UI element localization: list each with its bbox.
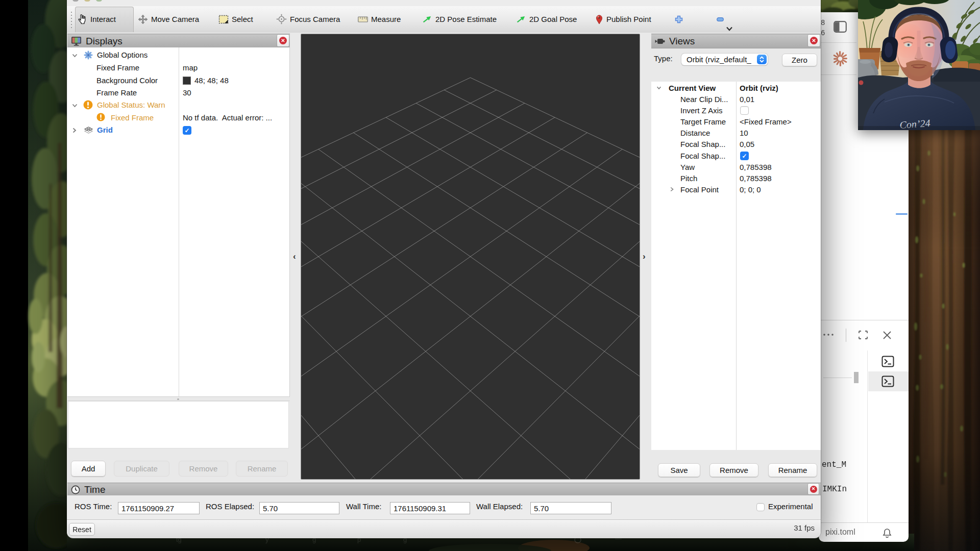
row-label: Pitch xyxy=(680,174,697,183)
wall-time-field[interactable]: 1761150909.31 xyxy=(390,502,470,514)
expander-icon[interactable] xyxy=(656,86,662,90)
maximize-panel-icon[interactable] xyxy=(858,330,868,340)
row-label: Yaw xyxy=(680,163,695,171)
row-value[interactable]: 30 xyxy=(183,88,287,97)
tool-2d-pose-estimate[interactable]: 2D Pose Estimate xyxy=(422,6,497,32)
row-value[interactable]: No tf data. Actual error: ... xyxy=(183,113,289,122)
tool-publish-point[interactable]: Publish Point xyxy=(595,6,651,32)
traffic-light-close[interactable] xyxy=(72,0,79,2)
color-swatch[interactable] xyxy=(183,77,191,85)
time-close-button[interactable]: ✕ xyxy=(808,484,819,494)
terminal-name-1[interactable]: ent_M xyxy=(822,460,846,469)
views-row-yaw[interactable]: Yaw 0,785398 xyxy=(651,162,821,173)
views-row-distance[interactable]: Distance 10 xyxy=(651,128,821,139)
tree-row-frame-rate[interactable]: Frame Rate 30 xyxy=(67,86,290,99)
row-value[interactable]: 10 xyxy=(740,129,819,137)
zero-button[interactable]: Zero xyxy=(782,54,817,66)
time-panel-header[interactable]: Time ✕ xyxy=(67,483,821,496)
tree-row-fixed-frame[interactable]: Fixed Frame map xyxy=(67,61,290,74)
expander-icon[interactable] xyxy=(72,104,78,108)
tree-row-global-options[interactable]: Global Options xyxy=(67,49,290,62)
expander-icon[interactable] xyxy=(670,187,674,192)
rename-view-label: Rename xyxy=(778,466,807,474)
displays-close-button[interactable]: ✕ xyxy=(277,35,289,46)
save-view-button[interactable]: Save xyxy=(658,463,700,477)
row-value[interactable]: 0,785398 xyxy=(740,163,819,171)
tree-row-grid[interactable]: Grid ✓ xyxy=(67,124,290,137)
view-type-dropdown[interactable]: Orbit (rviz_default_ xyxy=(681,54,768,65)
row-value[interactable]: 0,05 xyxy=(740,140,819,148)
traffic-light-minimize[interactable] xyxy=(84,0,90,2)
zero-button-label: Zero xyxy=(792,56,807,64)
views-row-current-view[interactable]: Current View Orbit (rviz) xyxy=(651,83,821,94)
tool-2d-goal-pose[interactable]: 2D Goal Pose xyxy=(516,6,577,32)
tree-row-fixed-frame-warning[interactable]: Fixed Frame No tf data. Actual error: ..… xyxy=(67,111,290,124)
wall-elapsed-field[interactable]: 5.70 xyxy=(530,502,611,514)
expander-icon[interactable] xyxy=(72,54,78,58)
duplicate-display-button[interactable]: Duplicate xyxy=(114,461,169,477)
toolbar-drag-handle[interactable] xyxy=(70,11,72,28)
row-value[interactable]: 0; 0; 0 xyxy=(740,185,819,194)
displays-splitter[interactable] xyxy=(67,396,290,401)
views-row-target-frame[interactable]: Target Frame <Fixed Frame> xyxy=(651,116,821,128)
rename-display-button[interactable]: Rename xyxy=(236,461,288,477)
tool-move-camera[interactable]: Move Camera xyxy=(138,6,199,32)
more-actions-icon[interactable] xyxy=(823,333,835,337)
ros-time-field[interactable]: 1761150909.27 xyxy=(118,502,200,514)
remove-view-button[interactable]: Remove xyxy=(709,463,758,477)
tree-row-global-status[interactable]: Global Status: Warn xyxy=(67,99,290,112)
remove-display-button[interactable]: Remove xyxy=(179,461,228,477)
views-row-invert-z[interactable]: Invert Z Axis xyxy=(651,105,821,116)
tool-focus-camera[interactable]: Focus Camera xyxy=(276,6,340,32)
tree-row-background-color[interactable]: Background Color 48; 48; 48 xyxy=(67,74,290,87)
close-panel-icon[interactable] xyxy=(883,331,892,340)
bell-icon[interactable] xyxy=(882,528,892,538)
terminal-scrollbar[interactable] xyxy=(854,372,859,383)
tool-measure[interactable]: Measure xyxy=(358,6,401,32)
collapse-left-panel-arrow[interactable]: ‹ xyxy=(293,252,296,262)
rename-view-button[interactable]: Rename xyxy=(768,463,817,477)
views-row-focal-shape-fixed[interactable]: Focal Shap... ✓ xyxy=(651,151,821,162)
toolbar-overflow-chevron[interactable] xyxy=(726,27,733,31)
views-close-button[interactable]: ✕ xyxy=(808,35,820,46)
row-value[interactable]: 0,785398 xyxy=(740,174,819,183)
experimental-checkbox[interactable] xyxy=(756,503,765,511)
terminal-name-2[interactable]: IMKIn xyxy=(822,485,847,494)
claude-asterisk-icon[interactable] xyxy=(831,51,849,67)
remove-tool-button[interactable] xyxy=(717,6,724,32)
terminal-icon-2[interactable] xyxy=(881,375,894,387)
collapse-right-panel-arrow[interactable]: › xyxy=(643,252,646,262)
displays-panel-title: Displays xyxy=(86,36,122,47)
focal-shape-checkbox[interactable]: ✓ xyxy=(740,152,749,160)
tool-focus-camera-label: Focus Camera xyxy=(290,15,340,23)
add-display-button[interactable]: Add xyxy=(71,461,106,477)
statusbar-file[interactable]: pixi.toml xyxy=(825,528,855,537)
views-row-pitch[interactable]: Pitch 0,785398 xyxy=(651,173,821,184)
tool-2d-pose-estimate-label: 2D Pose Estimate xyxy=(435,15,497,23)
views-row-focal-shape-size[interactable]: Focal Shap... 0,05 xyxy=(651,139,821,150)
tool-select[interactable]: Select xyxy=(218,6,253,32)
row-label: Fixed Frame xyxy=(111,113,154,122)
ros-elapsed-field[interactable]: 5.70 xyxy=(259,502,339,514)
row-value[interactable]: <Fixed Frame> xyxy=(740,117,819,126)
invert-z-checkbox[interactable] xyxy=(740,106,749,115)
terminal-icon-1[interactable] xyxy=(881,356,894,367)
views-row-focal-point[interactable]: Focal Point 0; 0; 0 xyxy=(651,184,821,195)
row-value[interactable]: map xyxy=(183,63,287,72)
reset-button[interactable]: Reset xyxy=(69,523,95,536)
displays-description-box xyxy=(68,401,289,448)
row-value[interactable]: 0,01 xyxy=(740,95,819,104)
views-row-near-clip[interactable]: Near Clip Di... 0,01 xyxy=(651,94,821,105)
add-tool-button[interactable] xyxy=(675,6,683,32)
views-panel-header[interactable]: Views ✕ xyxy=(651,34,821,48)
3d-viewport[interactable] xyxy=(301,34,640,480)
displays-panel-header[interactable]: Displays ✕ xyxy=(67,34,290,48)
expander-icon[interactable] xyxy=(72,128,77,133)
toggle-sidebar-icon[interactable] xyxy=(834,21,847,33)
row-label: Target Frame xyxy=(680,117,726,126)
grid-enabled-checkbox[interactable]: ✓ xyxy=(183,126,191,135)
tool-interact[interactable]: Interact xyxy=(77,6,116,32)
row-label[interactable]: Grid xyxy=(97,126,113,134)
row-value[interactable]: 48; 48; 48 xyxy=(194,76,287,85)
traffic-light-zoom[interactable] xyxy=(96,0,102,2)
